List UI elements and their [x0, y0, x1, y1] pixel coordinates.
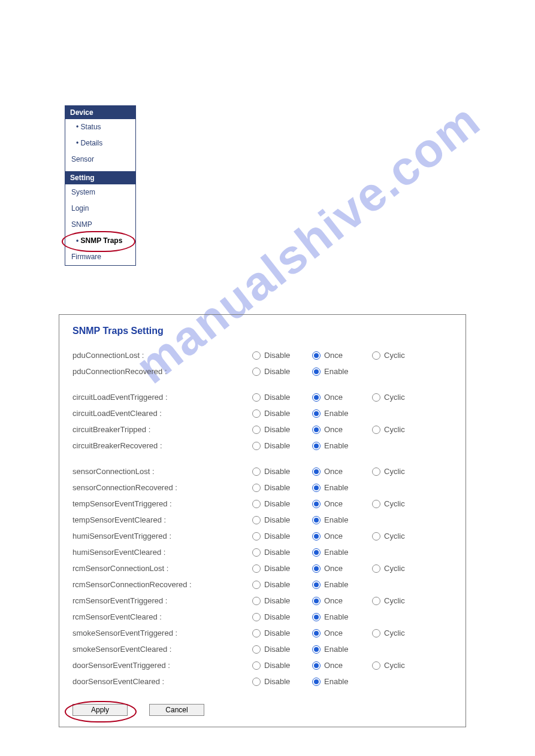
radio-once[interactable] — [312, 393, 321, 402]
trap-label: doorSensorEventTriggered : — [72, 661, 252, 670]
radio-enable[interactable] — [312, 645, 321, 654]
radio-disable[interactable] — [252, 426, 261, 434]
radio-enable[interactable] — [312, 613, 321, 621]
radio-label: Once — [324, 629, 343, 637]
radio-disable[interactable] — [252, 467, 261, 476]
radio-enable[interactable] — [312, 678, 321, 686]
radio-label: Disable — [264, 393, 290, 402]
cancel-button[interactable]: Cancel — [149, 704, 204, 716]
radio-disable[interactable] — [252, 516, 261, 524]
radio-once[interactable] — [312, 661, 321, 670]
radio-once[interactable] — [312, 426, 321, 434]
nav-item-snmp[interactable]: SNMP — [65, 217, 135, 233]
trap-option: Disable — [252, 564, 312, 573]
trap-row: tempSensorEventTriggered :DisableOnceCyc… — [72, 496, 455, 512]
radio-label: Enable — [324, 483, 348, 492]
trap-option: Disable — [252, 596, 312, 605]
trap-option: Disable — [252, 612, 312, 621]
trap-label: circuitLoadEventTriggered : — [72, 393, 252, 402]
radio-disable[interactable] — [252, 613, 261, 621]
radio-disable[interactable] — [252, 597, 261, 605]
radio-enable[interactable] — [312, 442, 321, 450]
radio-once[interactable] — [312, 629, 321, 637]
radio-label: Disable — [264, 425, 290, 434]
radio-disable[interactable] — [252, 678, 261, 686]
trap-row: smokeSensorEventTriggered :DisableOnceCy… — [72, 625, 455, 641]
radio-enable[interactable] — [312, 368, 321, 376]
trap-label: circuitLoadEventCleared : — [72, 409, 252, 418]
radio-cyclic[interactable] — [372, 532, 380, 541]
radio-disable[interactable] — [252, 548, 261, 557]
nav-header-setting: Setting — [65, 171, 135, 184]
trap-row: circuitLoadEventCleared :DisableEnable — [72, 405, 455, 421]
radio-enable[interactable] — [312, 581, 321, 589]
radio-label: Disable — [264, 532, 290, 541]
nav-item-details[interactable]: Details — [65, 135, 135, 151]
trap-label: tempSensorEventTriggered : — [72, 499, 252, 508]
radio-label: Enable — [324, 441, 348, 450]
trap-option: Once — [312, 467, 372, 476]
trap-option: Disable — [252, 351, 312, 360]
trap-option: Disable — [252, 367, 312, 376]
nav-item-snmp-traps[interactable]: SNMP Traps — [65, 233, 135, 249]
radio-cyclic[interactable] — [372, 500, 380, 508]
radio-enable[interactable] — [312, 548, 321, 557]
radio-once[interactable] — [312, 564, 321, 573]
trap-option: Enable — [312, 645, 372, 654]
trap-option: Enable — [312, 441, 372, 450]
radio-label: Once — [324, 532, 343, 541]
panel-title: SNMP Traps Setting — [72, 326, 455, 336]
radio-cyclic[interactable] — [372, 661, 380, 670]
radio-once[interactable] — [312, 532, 321, 541]
radio-cyclic[interactable] — [372, 393, 380, 402]
radio-once[interactable] — [312, 500, 321, 508]
radio-cyclic[interactable] — [372, 597, 380, 605]
radio-label: Disable — [264, 367, 290, 376]
radio-once[interactable] — [312, 467, 321, 476]
nav-item-firmware[interactable]: Firmware — [65, 249, 135, 265]
trap-label: doorSensorEventCleared : — [72, 677, 252, 686]
radio-cyclic[interactable] — [372, 351, 380, 360]
trap-option: Once — [312, 393, 372, 402]
trap-option: Disable — [252, 661, 312, 670]
nav-item-status[interactable]: Status — [65, 119, 135, 135]
radio-disable[interactable] — [252, 581, 261, 589]
nav-item-sensor[interactable]: Sensor — [65, 151, 135, 168]
radio-disable[interactable] — [252, 564, 261, 573]
trap-label: pduConnectionLost : — [72, 351, 252, 360]
trap-option: Disable — [252, 409, 312, 418]
radio-disable[interactable] — [252, 351, 261, 360]
radio-cyclic[interactable] — [372, 426, 380, 434]
radio-disable[interactable] — [252, 442, 261, 450]
trap-option: Disable — [252, 629, 312, 637]
trap-option: Once — [312, 351, 372, 360]
trap-option: Enable — [312, 677, 372, 686]
radio-disable[interactable] — [252, 629, 261, 637]
radio-disable[interactable] — [252, 661, 261, 670]
radio-disable[interactable] — [252, 393, 261, 402]
trap-row: humiSensorEventTriggered :DisableOnceCyc… — [72, 528, 455, 544]
radio-enable[interactable] — [312, 484, 321, 492]
radio-enable[interactable] — [312, 516, 321, 524]
radio-cyclic[interactable] — [372, 467, 380, 476]
radio-disable[interactable] — [252, 500, 261, 508]
radio-once[interactable] — [312, 597, 321, 605]
radio-disable[interactable] — [252, 532, 261, 541]
nav-item-login[interactable]: Login — [65, 201, 135, 217]
radio-enable[interactable] — [312, 409, 321, 418]
radio-disable[interactable] — [252, 645, 261, 654]
trap-row: smokeSensorEventCleared :DisableEnable — [72, 641, 455, 657]
radio-disable[interactable] — [252, 409, 261, 418]
radio-label: Once — [324, 351, 343, 360]
trap-option: Enable — [312, 367, 372, 376]
radio-disable[interactable] — [252, 368, 261, 376]
nav-item-system[interactable]: System — [65, 184, 135, 201]
radio-label: Disable — [264, 580, 290, 589]
radio-label: Disable — [264, 596, 290, 605]
radio-cyclic[interactable] — [372, 564, 380, 573]
radio-once[interactable] — [312, 351, 321, 360]
trap-option: Disable — [252, 441, 312, 450]
radio-cyclic[interactable] — [372, 629, 380, 637]
apply-button[interactable]: Apply — [72, 704, 128, 716]
radio-disable[interactable] — [252, 484, 261, 492]
